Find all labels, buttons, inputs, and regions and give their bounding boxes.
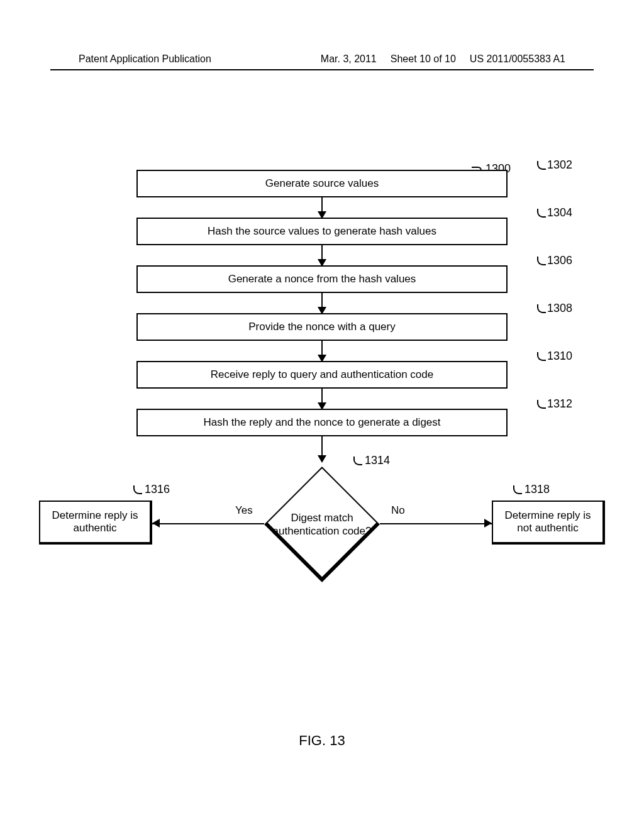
connector-line — [380, 523, 492, 524]
step-text: Provide the nonce with a query — [136, 313, 508, 341]
reference-1302: 1302 — [537, 158, 572, 172]
arrow-down-icon — [321, 197, 323, 218]
step-text: Receive reply to query and authenticatio… — [136, 361, 508, 389]
decision-node: 1314 Digest match authentication code? Y… — [39, 462, 605, 587]
decision-text: Digest match authentication code? — [269, 511, 375, 538]
step-text: Hash the reply and the nonce to generate… — [136, 409, 508, 436]
arrow-down-icon — [321, 389, 323, 409]
reference-1310: 1310 — [537, 350, 572, 363]
arrow-right-icon — [484, 519, 492, 528]
outcome-yes: Determine reply is authentic — [39, 501, 152, 545]
reference-1314: 1314 — [353, 454, 390, 467]
step-text: Generate source values — [136, 170, 508, 197]
no-label: No — [391, 504, 405, 517]
outcome-no: Determine reply is not authentic — [492, 501, 605, 545]
step-box: Hash the reply and the nonce to generate… — [83, 409, 561, 436]
header-rule — [50, 69, 594, 70]
arrow-down-icon — [321, 293, 323, 313]
yes-label: Yes — [235, 504, 253, 517]
reference-1304: 1304 — [537, 206, 572, 219]
step-box: Provide the nonce with a query 1308 — [83, 313, 561, 341]
step-box: Generate a nonce from the hash values 13… — [83, 265, 561, 293]
step-box: Hash the source values to generate hash … — [83, 218, 561, 245]
reference-1316: 1316 — [133, 483, 170, 496]
publication-date: Mar. 3, 2011 — [321, 53, 377, 65]
publication-type: Patent Application Publication — [79, 53, 211, 65]
page-header: Patent Application Publication Mar. 3, 2… — [0, 53, 644, 65]
connector-line — [152, 523, 264, 524]
figure-label: FIG. 13 — [299, 733, 345, 749]
step-box: Generate source values 1302 — [83, 170, 561, 197]
arrow-down-icon — [321, 436, 323, 462]
reference-1308: 1308 — [537, 302, 572, 315]
flowchart: 1300 Generate source values 1302 Hash th… — [0, 170, 644, 587]
document-number: US 2011/0055383 A1 — [470, 53, 565, 65]
sheet-number: Sheet 10 of 10 — [391, 53, 456, 65]
reference-1318: 1318 — [513, 483, 550, 496]
step-box: Receive reply to query and authenticatio… — [83, 361, 561, 389]
arrow-down-icon — [321, 341, 323, 361]
arrow-down-icon — [321, 245, 323, 265]
arrow-left-icon — [152, 519, 160, 528]
reference-1312: 1312 — [537, 397, 572, 411]
step-text: Generate a nonce from the hash values — [136, 265, 508, 293]
step-text: Hash the source values to generate hash … — [136, 218, 508, 245]
reference-1306: 1306 — [537, 254, 572, 267]
